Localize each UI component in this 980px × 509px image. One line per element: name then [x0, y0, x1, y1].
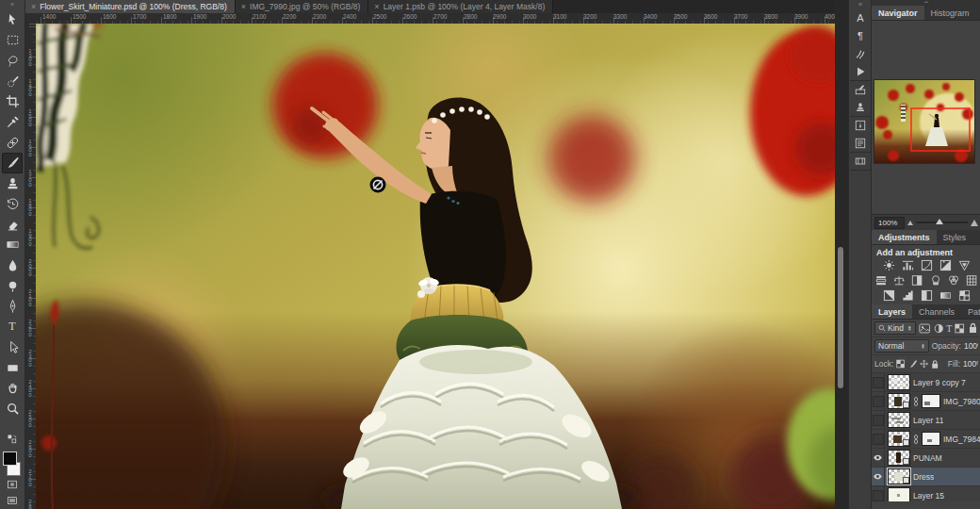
tab-flower-skirt-miniature[interactable]: × Flower_Skirt_Miniature.psd @ 100% (Dre… [25, 0, 236, 13]
visibility-toggle[interactable] [872, 392, 885, 410]
properties-panel-icon[interactable] [855, 138, 866, 149]
tab-layers[interactable]: Layers [872, 304, 912, 319]
visibility-toggle[interactable] [872, 468, 885, 485]
zoom-tool[interactable] [2, 399, 23, 419]
brightness-contrast-icon[interactable] [883, 259, 895, 271]
toolbar-collapse-icon[interactable]: » [10, 0, 14, 9]
navigator-zoom-slider[interactable] [916, 222, 968, 223]
zoom-in-mountain-icon[interactable] [971, 220, 978, 226]
visibility-toggle[interactable] [872, 430, 885, 448]
brush-tool[interactable] [2, 153, 23, 173]
path-selection-tool[interactable] [2, 337, 23, 358]
visibility-toggle[interactable] [872, 411, 885, 429]
selective-color-icon[interactable] [958, 289, 971, 302]
exposure-icon[interactable] [939, 259, 952, 271]
layer-thumbnail[interactable] [889, 469, 909, 484]
layer-row-layer-9-copy-7[interactable]: Layer 9 copy 7 [872, 373, 980, 392]
swap-colors-icon[interactable] [2, 432, 23, 446]
navigator-zoom-value[interactable]: 100% [874, 217, 905, 229]
quick-mask-button[interactable] [2, 477, 23, 493]
crop-tool[interactable] [2, 91, 23, 112]
vibrance-icon[interactable] [958, 259, 971, 271]
foreground-background-swatches[interactable] [3, 452, 22, 476]
layer-thumbnail[interactable] [889, 488, 909, 501]
layer-row-dress[interactable]: Dress [872, 468, 980, 486]
fill-value[interactable]: 100% [963, 359, 978, 369]
zoom-out-mountain-icon[interactable] [907, 221, 913, 225]
clone-stamp-tool[interactable] [2, 173, 23, 194]
gradient-map-icon[interactable] [939, 289, 952, 302]
tab-img-7990[interactable]: × IMG_7990.jpg @ 50% (RGB/8) [236, 0, 369, 13]
pixel-layer-filter-icon[interactable] [919, 323, 930, 334]
black-white-icon[interactable] [911, 274, 923, 287]
tab-layer-1-psb[interactable]: × Layer 1.psb @ 100% (Layer 4, Layer Mas… [368, 0, 553, 13]
tab-channels[interactable]: Channels [912, 304, 961, 319]
tab-paths[interactable]: Paths [961, 304, 980, 319]
curves-icon[interactable] [921, 259, 933, 271]
character-panel-icon[interactable]: A [857, 12, 863, 24]
rectangle-shape-tool[interactable] [2, 357, 23, 378]
threshold-icon[interactable] [921, 289, 933, 302]
foreground-color-swatch[interactable] [3, 452, 17, 466]
paragraph-panel-icon[interactable]: ¶ [858, 30, 863, 41]
posterize-icon[interactable] [902, 289, 914, 302]
history-brush-tool[interactable] [2, 193, 23, 214]
screen-mode-button[interactable] [2, 493, 23, 509]
lock-transparent-icon[interactable] [896, 359, 905, 369]
vertical-scrollbar[interactable] [838, 247, 843, 388]
invert-icon[interactable] [883, 289, 895, 302]
actions-panel-icon[interactable] [855, 66, 866, 77]
navigator-thumbnail[interactable] [874, 80, 974, 163]
tab-styles[interactable]: Styles [937, 230, 973, 244]
tab-navigator[interactable]: Navigator [872, 6, 924, 20]
layer-row-img-7984[interactable]: IMG_7984 [872, 430, 980, 449]
hue-saturation-icon[interactable] [875, 274, 887, 287]
clone-source-panel-icon[interactable] [855, 102, 866, 113]
hand-tool[interactable] [2, 378, 23, 399]
layer-thumbnail[interactable] [889, 451, 909, 465]
layer-filter-kind-dropdown[interactable]: Kind ▲▼ [874, 321, 916, 335]
blend-mode-dropdown[interactable]: Normal ▲▼ [874, 339, 929, 353]
color-balance-icon[interactable] [893, 274, 905, 287]
type-layer-filter-icon[interactable]: T [946, 323, 952, 334]
layer-mask-thumbnail[interactable] [923, 433, 939, 445]
layer-row-punam[interactable]: PUNAM [872, 449, 980, 468]
quick-selection-tool[interactable] [2, 71, 23, 91]
mask-link-chain-icon[interactable] [913, 434, 919, 445]
dock-collapse-icon[interactable]: « [858, 0, 862, 9]
eyedropper-tool[interactable] [2, 112, 23, 133]
layer-row-layer-11[interactable]: Layer 11 [872, 411, 980, 430]
blur-tool[interactable] [2, 255, 23, 276]
rectangular-marquee-tool[interactable] [2, 30, 23, 51]
visibility-toggle[interactable] [872, 449, 885, 467]
lock-position-icon[interactable] [920, 359, 928, 369]
adjustment-layer-filter-icon[interactable] [934, 323, 944, 334]
layer-thumbnail[interactable] [889, 394, 909, 408]
tool-presets-panel-icon[interactable] [855, 84, 866, 95]
layer-row-layer-15[interactable]: Layer 15 [872, 486, 980, 501]
lock-pixels-icon[interactable] [908, 359, 917, 369]
shape-layer-filter-icon[interactable] [955, 323, 965, 334]
color-lookup-icon[interactable] [966, 274, 977, 287]
layer-row-img-7980[interactable]: IMG_7980 [872, 392, 980, 411]
lasso-tool[interactable] [2, 50, 23, 71]
photo-filter-icon[interactable] [930, 274, 941, 287]
channel-mixer-icon[interactable] [948, 274, 959, 287]
eraser-tool[interactable] [2, 214, 23, 235]
close-tab-icon[interactable]: × [241, 2, 246, 11]
zoom-slider-thumb[interactable] [936, 219, 943, 224]
brush-settings-panel-icon[interactable] [855, 48, 866, 59]
healing-brush-tool[interactable] [2, 132, 23, 153]
tab-histogram[interactable]: Histogram [924, 6, 976, 20]
timeline-panel-icon[interactable] [855, 156, 866, 167]
levels-icon[interactable] [902, 259, 914, 271]
info-panel-icon[interactable] [855, 120, 866, 131]
lock-all-icon[interactable] [931, 359, 939, 369]
close-tab-icon[interactable]: × [31, 2, 36, 11]
visibility-toggle[interactable] [872, 373, 885, 391]
canvas[interactable] [36, 24, 835, 509]
type-tool[interactable]: T [2, 317, 23, 337]
gradient-tool[interactable] [2, 235, 23, 255]
layer-thumbnail[interactable] [889, 432, 909, 446]
tab-adjustments[interactable]: Adjustments [872, 230, 937, 244]
